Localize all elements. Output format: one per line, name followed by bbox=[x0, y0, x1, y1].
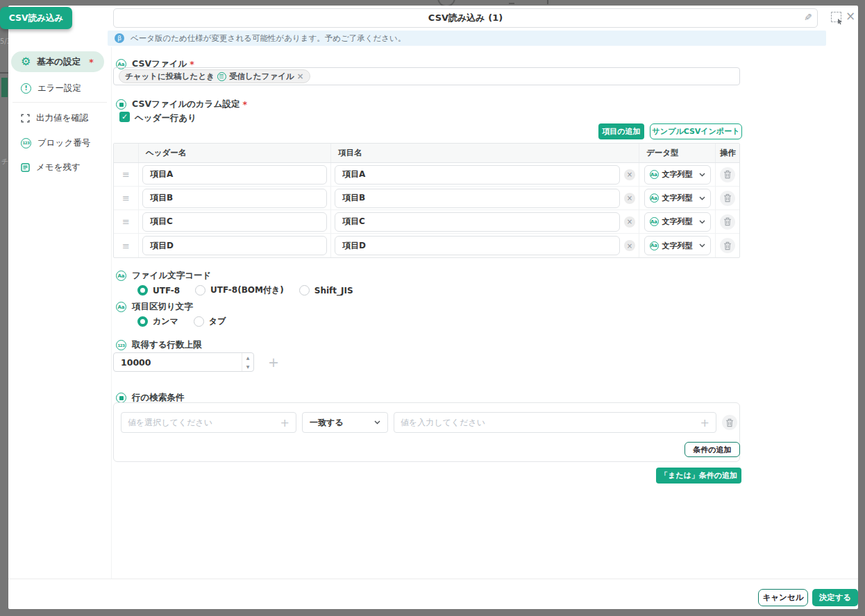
delete-row-button[interactable] bbox=[720, 238, 735, 253]
column-settings-icon bbox=[116, 99, 126, 110]
screen: ス 5/3 チ CSV読み込み ✎ × β ベータ版のため仕様が変更される可能性… bbox=[0, 0, 865, 616]
radio-utf8[interactable]: UTF-8 bbox=[137, 284, 180, 296]
chevron-down-icon bbox=[699, 196, 705, 200]
beta-banner: β ベータ版のため仕様が変更される可能性があります。予めご了承ください。 bbox=[108, 31, 826, 46]
sample-csv-import-button[interactable]: サンプルCSVインポート bbox=[650, 123, 742, 139]
row-limit-field: ▲ ▼ bbox=[113, 352, 254, 372]
radio-shift-jis[interactable]: Shift_JIS bbox=[299, 284, 353, 296]
header-name-input[interactable] bbox=[142, 236, 327, 255]
condition-value-input[interactable] bbox=[401, 418, 700, 427]
add-item-button[interactable]: 項目の追加 bbox=[598, 123, 644, 139]
sidebar-item-check-output[interactable]: 出力値を確認 bbox=[8, 109, 111, 127]
text-type-icon: Aa bbox=[650, 194, 659, 203]
radio-tab[interactable]: タブ bbox=[194, 316, 226, 327]
clear-icon[interactable]: × bbox=[624, 216, 635, 228]
sidebar-item-block-number[interactable]: 123 ブロック番号 bbox=[8, 134, 111, 152]
header-row-checkbox[interactable]: ✓ bbox=[119, 112, 130, 122]
header-row-checkbox-label: ヘッダー行あり bbox=[135, 112, 196, 124]
chip-source-text: チャットに投稿したとき bbox=[125, 71, 215, 82]
edit-pencil-icon[interactable]: ✎ bbox=[804, 12, 812, 23]
sidebar-item-label: 出力値を確認 bbox=[36, 112, 88, 124]
item-name-input[interactable] bbox=[335, 212, 620, 232]
header-name-input[interactable] bbox=[142, 189, 327, 208]
area-select-icon[interactable] bbox=[831, 12, 841, 22]
backdrop-artifact bbox=[547, 0, 551, 4]
cancel-button[interactable]: キャンセル bbox=[758, 589, 808, 606]
data-type-select[interactable]: Aa文字列型 bbox=[644, 236, 711, 255]
footer-divider bbox=[8, 579, 858, 579]
row-limit-input[interactable] bbox=[114, 357, 242, 368]
radio-selected-icon bbox=[137, 316, 148, 327]
required-asterisk: * bbox=[89, 57, 94, 67]
sidebar-item-label: メモを残す bbox=[36, 162, 81, 173]
trash-icon bbox=[723, 194, 732, 203]
csv-file-input[interactable]: チャットに投稿したとき 受信したファイル × bbox=[113, 67, 740, 85]
encoding-radio-group: UTF-8 UTF-8(BOM付き) Shift_JIS bbox=[137, 284, 353, 296]
drag-handle-icon[interactable]: ≡ bbox=[122, 241, 130, 251]
cursor-icon bbox=[837, 18, 843, 25]
drag-handle-icon[interactable]: ≡ bbox=[122, 216, 130, 227]
chip-file-icon bbox=[217, 72, 226, 81]
sidebar-item-basic-settings[interactable]: ⚙ 基本の設定 * bbox=[11, 51, 104, 72]
gear-icon: ⚙ bbox=[21, 56, 31, 67]
item-name-input[interactable] bbox=[335, 165, 620, 185]
data-type-select[interactable]: Aa文字列型 bbox=[644, 212, 711, 232]
sidebar-item-memo[interactable]: メモを残す bbox=[8, 158, 111, 176]
sidebar-item-label: 基本の設定 bbox=[37, 56, 81, 68]
item-name-input[interactable] bbox=[335, 189, 620, 208]
required-asterisk: * bbox=[242, 99, 247, 110]
condition-field-input[interactable] bbox=[128, 418, 280, 427]
delete-row-button[interactable] bbox=[720, 167, 735, 182]
error-circle-icon: ! bbox=[21, 83, 31, 94]
sidebar-item-label: エラー設定 bbox=[37, 83, 81, 94]
close-icon[interactable]: × bbox=[846, 9, 855, 23]
add-condition-button[interactable]: 条件の追加 bbox=[685, 442, 740, 457]
plus-icon[interactable]: + bbox=[280, 416, 289, 429]
insert-value-plus-icon[interactable]: + bbox=[268, 354, 279, 370]
condition-icon bbox=[116, 393, 126, 403]
header-name-input[interactable] bbox=[142, 212, 327, 232]
text-type-icon: Aa bbox=[116, 271, 126, 281]
sidebar-divider-vertical bbox=[111, 47, 112, 579]
delimiter-label: Aa 項目区切り文字 bbox=[116, 301, 193, 313]
radio-utf8-bom[interactable]: UTF-8(BOM付き) bbox=[195, 284, 284, 296]
drag-handle-icon[interactable]: ≡ bbox=[122, 193, 130, 203]
delimiter-radio-group: カンマ タブ bbox=[137, 316, 226, 327]
block-type-tag[interactable]: CSV読み込み bbox=[0, 7, 72, 29]
data-type-select[interactable]: Aa文字列型 bbox=[644, 165, 711, 185]
block-title-input[interactable] bbox=[113, 8, 818, 28]
condition-operator-select[interactable]: 一致する bbox=[302, 412, 388, 433]
condition-field-select[interactable]: + bbox=[121, 412, 296, 433]
data-type-select[interactable]: Aa文字列型 bbox=[644, 189, 711, 208]
stepper-down-icon[interactable]: ▼ bbox=[242, 362, 253, 371]
output-value-chip[interactable]: チャットに投稿したとき 受信したファイル × bbox=[119, 69, 310, 83]
table-header-row: ヘッダー名 項目名 データ型 操作 bbox=[114, 144, 739, 163]
number-type-icon: 123 bbox=[116, 340, 126, 350]
chevron-down-icon bbox=[374, 420, 380, 425]
number-stepper: ▲ ▼ bbox=[242, 353, 253, 371]
drag-handle-icon[interactable]: ≡ bbox=[122, 169, 130, 180]
add-or-condition-button[interactable]: 「または」条件の追加 bbox=[656, 468, 741, 484]
clear-icon[interactable]: × bbox=[624, 240, 635, 251]
chip-remove-icon[interactable]: × bbox=[297, 71, 304, 81]
item-name-input[interactable] bbox=[335, 236, 620, 255]
delete-condition-button[interactable] bbox=[722, 415, 737, 430]
chevron-down-icon bbox=[699, 243, 705, 248]
sidebar-item-error-settings[interactable]: ! エラー設定 bbox=[8, 79, 111, 97]
chip-value-text: 受信したファイル bbox=[229, 71, 294, 82]
delete-row-button[interactable] bbox=[720, 214, 735, 230]
radio-unselected-icon bbox=[194, 316, 204, 327]
block-number-icon: 123 bbox=[21, 138, 31, 148]
radio-comma[interactable]: カンマ bbox=[137, 316, 178, 327]
col-data-type: データ型 bbox=[639, 144, 716, 162]
condition-value-field[interactable]: + bbox=[394, 412, 716, 433]
submit-button[interactable]: 決定する bbox=[812, 589, 858, 606]
clear-icon[interactable]: × bbox=[624, 169, 635, 180]
delete-row-button[interactable] bbox=[720, 191, 735, 206]
text-type-icon: Aa bbox=[116, 302, 126, 312]
plus-icon[interactable]: + bbox=[700, 416, 709, 429]
header-name-input[interactable] bbox=[142, 165, 327, 185]
stepper-up-icon[interactable]: ▲ bbox=[242, 353, 253, 362]
clear-icon[interactable]: × bbox=[624, 193, 635, 204]
chevron-down-icon bbox=[699, 220, 705, 224]
